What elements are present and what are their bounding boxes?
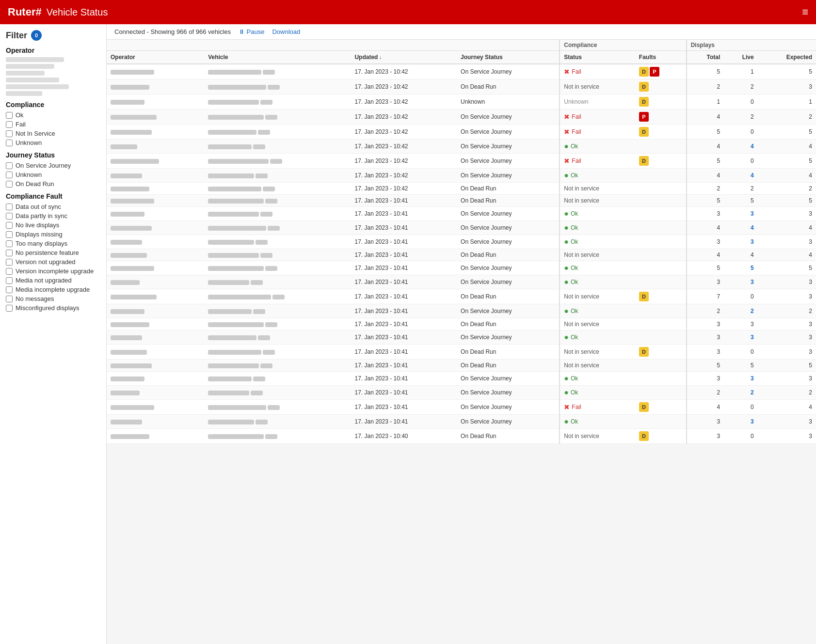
- status-not-in-service: Not in service: [564, 185, 599, 192]
- fault-media-not-upgraded-label[interactable]: Media not upgraded: [16, 277, 72, 284]
- fault-no-live-displays-label[interactable]: No live displays: [16, 221, 59, 229]
- col-displays-expected[interactable]: Expected: [758, 51, 816, 64]
- compliance-fail-checkbox[interactable]: [6, 121, 13, 128]
- compliance-notinservice-checkbox[interactable]: [6, 130, 13, 137]
- compliance-unknown-label[interactable]: Unknown: [16, 139, 42, 146]
- fault-no-live-displays-checkbox[interactable]: [6, 222, 13, 229]
- fault-media-incomplete-item[interactable]: Media incomplete upgrade: [6, 286, 100, 293]
- fault-no-persistence-label[interactable]: No persistence feature: [16, 249, 79, 256]
- fault-data-partly-in-sync-checkbox[interactable]: [6, 213, 13, 220]
- col-displays-live[interactable]: Live: [724, 51, 757, 64]
- operator-cell: [107, 140, 204, 154]
- fault-media-incomplete-label[interactable]: Media incomplete upgrade: [16, 286, 90, 293]
- fault-version-incomplete-checkbox[interactable]: [6, 268, 13, 275]
- col-journey-status[interactable]: Journey Status: [457, 51, 560, 64]
- operator-cell: [107, 169, 204, 183]
- displays-live-cell: 0: [724, 154, 757, 169]
- operator-cell: [107, 183, 204, 195]
- displays-total-cell: 5: [687, 154, 724, 169]
- compliance-status-cell: Not in service: [560, 195, 635, 207]
- fault-too-many-displays-label[interactable]: Too many displays: [16, 240, 67, 247]
- vehicle-cell: [204, 289, 351, 304]
- col-displays-total[interactable]: Total: [687, 51, 724, 64]
- journey-status-cell: On Service Journey: [457, 386, 560, 400]
- status-fail: ✖ Fail: [564, 68, 631, 76]
- compliance-notinservice-label[interactable]: Not In Service: [16, 130, 55, 137]
- fault-data-partly-in-sync-item[interactable]: Data partly in sync: [6, 212, 100, 220]
- compliance-ok-checkbox[interactable]: [6, 112, 13, 119]
- fault-no-persistence-item[interactable]: No persistence feature: [6, 249, 100, 256]
- fault-too-many-displays-checkbox[interactable]: [6, 240, 13, 247]
- fault-no-messages-item[interactable]: No messages: [6, 295, 100, 302]
- fault-data-out-of-sync-label[interactable]: Data out of sync: [16, 203, 61, 210]
- updated-cell: 17. Jan 2023 - 10:41: [351, 400, 457, 415]
- compliance-status-cell: ● Ok: [560, 169, 635, 183]
- compliance-ok-item[interactable]: Ok: [6, 111, 100, 119]
- col-operator[interactable]: Operator: [107, 51, 204, 64]
- compliance-unknown-checkbox[interactable]: [6, 140, 13, 146]
- compliance-ok-label[interactable]: Ok: [16, 111, 24, 119]
- fault-version-not-upgraded-item[interactable]: Version not upgraded: [6, 258, 100, 266]
- compliance-fail-item[interactable]: Fail: [6, 121, 100, 128]
- updated-cell: 17. Jan 2023 - 10:41: [351, 195, 457, 207]
- faults-cell: [635, 330, 687, 345]
- col-updated[interactable]: Updated: [351, 51, 457, 64]
- displays-live-cell: 4: [724, 249, 757, 261]
- vehicle-cell: [204, 275, 351, 289]
- fault-displays-missing-item[interactable]: Displays missing: [6, 231, 100, 238]
- journey-onservicejourney-checkbox[interactable]: [6, 162, 13, 169]
- menu-icon[interactable]: ≡: [802, 6, 808, 18]
- fault-no-messages-checkbox[interactable]: [6, 296, 13, 302]
- fault-media-not-upgraded-item[interactable]: Media not upgraded: [6, 277, 100, 284]
- journey-ondeadrun-checkbox[interactable]: [6, 181, 13, 188]
- compliance-status-cell: ✖ Fail: [560, 154, 635, 169]
- fault-data-out-of-sync-item[interactable]: Data out of sync: [6, 203, 100, 210]
- journey-ondeadrun-item[interactable]: On Dead Run: [6, 180, 100, 188]
- fault-version-not-upgraded-checkbox[interactable]: [6, 259, 13, 266]
- vehicle-cell: [204, 221, 351, 235]
- displays-expected-cell: 3: [758, 429, 816, 444]
- vehicle-cell: [204, 415, 351, 429]
- journey-unknown-checkbox[interactable]: [6, 172, 13, 178]
- compliance-notinservice-item[interactable]: Not In Service: [6, 130, 100, 137]
- displays-live-cell: 5: [724, 195, 757, 207]
- col-compliance-faults[interactable]: Faults: [635, 51, 687, 64]
- journey-unknown-item[interactable]: Unknown: [6, 171, 100, 178]
- table-row: 17. Jan 2023 - 10:42On Service Journey✖ …: [107, 154, 816, 169]
- col-compliance-status[interactable]: Status: [560, 51, 635, 64]
- col-vehicle[interactable]: Vehicle: [204, 51, 351, 64]
- fault-media-not-upgraded-checkbox[interactable]: [6, 277, 13, 284]
- fault-displays-missing-label[interactable]: Displays missing: [16, 231, 63, 238]
- journey-unknown-label[interactable]: Unknown: [16, 171, 42, 178]
- fault-no-live-displays-item[interactable]: No live displays: [6, 221, 100, 229]
- updated-cell: 17. Jan 2023 - 10:42: [351, 64, 457, 79]
- displays-expected-cell: 4: [758, 221, 816, 235]
- pause-button[interactable]: ⏸ Pause: [239, 28, 264, 35]
- fault-too-many-displays-item[interactable]: Too many displays: [6, 240, 100, 247]
- fault-data-partly-in-sync-label[interactable]: Data partly in sync: [16, 212, 67, 220]
- journey-onservicejourney-item[interactable]: On Service Journey: [6, 162, 100, 169]
- displays-total-cell: 1: [687, 94, 724, 110]
- fault-misconfigured-item[interactable]: Misconfigured displays: [6, 304, 100, 312]
- fault-version-incomplete-label[interactable]: Version incomplete upgrade: [16, 267, 94, 275]
- faults-cell: [635, 235, 687, 249]
- fault-version-incomplete-item[interactable]: Version incomplete upgrade: [6, 267, 100, 275]
- fault-no-persistence-checkbox[interactable]: [6, 250, 13, 256]
- fault-data-out-of-sync-checkbox[interactable]: [6, 204, 13, 210]
- updated-cell: 17. Jan 2023 - 10:42: [351, 79, 457, 94]
- fault-media-incomplete-checkbox[interactable]: [6, 286, 13, 293]
- fault-misconfigured-checkbox[interactable]: [6, 305, 13, 312]
- journey-onservicejourney-label[interactable]: On Service Journey: [16, 162, 71, 169]
- download-button[interactable]: Download: [272, 28, 300, 35]
- journey-status-cell: On Dead Run: [457, 183, 560, 195]
- updated-cell: 17. Jan 2023 - 10:41: [351, 275, 457, 289]
- operator-cell: [107, 372, 204, 386]
- fault-displays-missing-checkbox[interactable]: [6, 231, 13, 238]
- fault-version-not-upgraded-label[interactable]: Version not upgraded: [16, 258, 76, 266]
- operator-cell: [107, 400, 204, 415]
- compliance-fail-label[interactable]: Fail: [16, 121, 26, 128]
- fault-no-messages-label[interactable]: No messages: [16, 295, 54, 302]
- journey-ondeadrun-label[interactable]: On Dead Run: [16, 180, 54, 188]
- compliance-unknown-item[interactable]: Unknown: [6, 139, 100, 146]
- fault-misconfigured-label[interactable]: Misconfigured displays: [16, 304, 80, 312]
